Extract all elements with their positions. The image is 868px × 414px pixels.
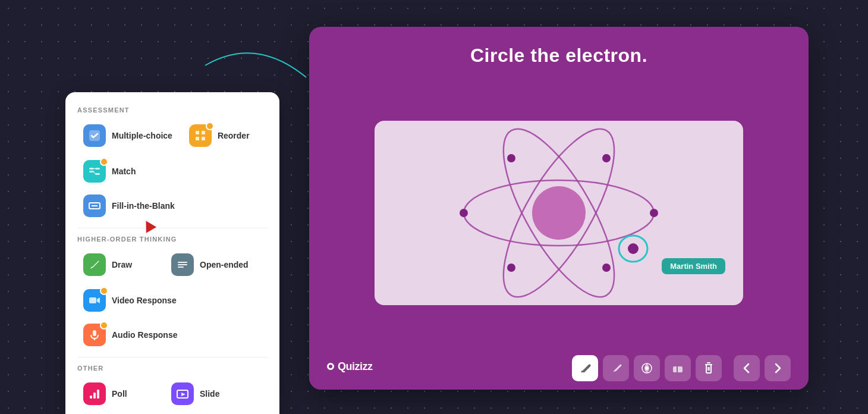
svg-point-34	[628, 243, 639, 254]
martin-smith-label: Martin Smith	[662, 258, 725, 274]
svg-point-32	[507, 154, 515, 162]
svg-point-37	[329, 365, 332, 368]
question-menu: ASSESSMENT Multiple-choice	[65, 92, 279, 414]
open-ended-icon	[171, 253, 194, 276]
higher-order-row-1: Draw Open-ended	[77, 250, 268, 280]
svg-text:Quizizz: Quizizz	[338, 360, 373, 372]
poll-item[interactable]: Poll	[77, 379, 161, 409]
assessment-row-1: Multiple-choice Reorder	[77, 121, 268, 150]
svg-rect-14	[178, 264, 187, 265]
reorder-label: Reorder	[218, 131, 250, 140]
video-badge	[100, 287, 108, 295]
svg-rect-16	[89, 297, 96, 303]
higher-order-row-2: Video Response Audio Response	[77, 286, 268, 350]
video-response-icon	[83, 289, 106, 312]
svg-rect-19	[90, 396, 92, 399]
svg-rect-2	[202, 131, 205, 134]
fill-blank-label: Fill-in-the-Blank	[112, 201, 175, 211]
svg-point-33	[602, 264, 611, 272]
svg-rect-4	[202, 137, 205, 140]
poll-label: Poll	[112, 389, 127, 399]
fill-blank-item[interactable]: Fill-in-the-Blank	[77, 191, 181, 221]
audio-response-label: Audio Response	[112, 330, 177, 340]
video-response-item[interactable]: Video Response	[77, 286, 183, 315]
svg-rect-41	[673, 366, 683, 372]
assessment-section-label: ASSESSMENT	[77, 106, 268, 114]
svg-rect-13	[178, 262, 187, 263]
fill-blank-icon	[83, 195, 106, 217]
quiz-toolbar: Quizizz	[309, 347, 809, 390]
draw-label: Draw	[112, 260, 132, 269]
svg-point-40	[645, 366, 649, 370]
draw-item[interactable]: Draw	[77, 250, 161, 280]
slide-label: Slide	[200, 389, 219, 399]
svg-point-30	[602, 154, 611, 162]
quiz-title: Circle the electron.	[309, 27, 809, 79]
eraser-button[interactable]	[665, 355, 691, 381]
svg-rect-21	[97, 390, 99, 399]
audio-badge	[100, 321, 108, 330]
svg-rect-7	[95, 168, 100, 170]
other-section-label: OTHER	[77, 365, 268, 372]
svg-point-24	[532, 186, 586, 240]
svg-point-29	[460, 209, 468, 217]
toolbar-tools	[572, 355, 722, 381]
divider-2	[77, 357, 268, 357]
match-item[interactable]: Match	[77, 156, 161, 186]
connector-line	[199, 30, 312, 101]
open-ended-label: Open-ended	[200, 260, 249, 269]
audio-response-item[interactable]: Audio Response	[77, 320, 183, 350]
svg-marker-23	[181, 393, 185, 396]
slide-item[interactable]: Slide	[165, 379, 249, 409]
trash-button[interactable]	[696, 355, 722, 381]
higher-order-section-label: HIGHER-ORDER THINKING	[77, 236, 268, 243]
svg-rect-1	[196, 131, 199, 134]
svg-rect-20	[93, 393, 96, 399]
multiple-choice-label: Multiple-choice	[112, 131, 172, 140]
open-ended-item[interactable]: Open-ended	[165, 250, 254, 280]
reorder-icon	[189, 124, 212, 147]
match-label: Match	[112, 167, 136, 176]
poll-icon	[83, 382, 106, 405]
prev-button[interactable]	[734, 355, 760, 381]
other-row: Poll Slide	[77, 379, 268, 409]
reorder-item[interactable]: Reorder	[183, 121, 266, 150]
svg-point-31	[507, 264, 515, 272]
atom-canvas: Martin Smith	[375, 121, 743, 305]
video-response-label: Video Response	[112, 296, 177, 305]
thin-pen-button[interactable]	[603, 355, 629, 381]
audio-response-icon	[83, 324, 106, 346]
quizizz-logo: Quizizz	[327, 358, 572, 378]
assessment-row-2: Match Fill-in-the-Blank	[77, 156, 268, 221]
reorder-badge	[206, 122, 214, 130]
svg-rect-5	[89, 168, 94, 170]
svg-rect-17	[93, 330, 96, 336]
divider-1	[77, 228, 268, 228]
slide-icon	[171, 382, 194, 405]
match-icon	[83, 160, 106, 183]
svg-rect-43	[706, 365, 711, 373]
svg-rect-6	[89, 171, 94, 172]
match-badge	[100, 158, 108, 166]
quiz-content: Martin Smith	[309, 79, 809, 347]
svg-point-28	[650, 209, 658, 217]
draw-icon	[83, 253, 106, 276]
svg-rect-15	[178, 266, 184, 268]
nav-area	[734, 355, 791, 381]
next-button[interactable]	[765, 355, 791, 381]
quiz-panel: Circle the electron.	[309, 27, 809, 390]
svg-rect-3	[196, 137, 199, 140]
color-picker-button[interactable]	[634, 355, 660, 381]
svg-line-10	[94, 172, 95, 174]
pen-tool-button[interactable]	[572, 355, 598, 381]
multiple-choice-icon	[83, 124, 106, 147]
svg-rect-8	[95, 173, 100, 175]
multiple-choice-item[interactable]: Multiple-choice	[77, 121, 178, 150]
